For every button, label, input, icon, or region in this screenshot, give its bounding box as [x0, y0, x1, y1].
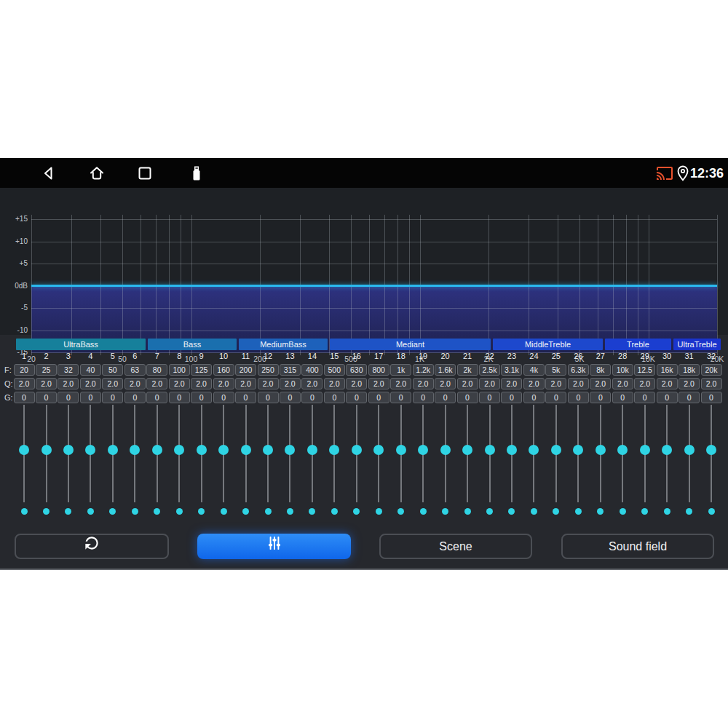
- gain-slider[interactable]: [18, 403, 30, 505]
- slider-knob[interactable]: [197, 445, 207, 455]
- channel-number: 18: [392, 352, 411, 361]
- y-axis-tick-label: -10: [0, 326, 28, 335]
- gain-slider[interactable]: [262, 403, 274, 505]
- gain-slider[interactable]: [572, 403, 584, 505]
- slider-knob[interactable]: [108, 445, 118, 455]
- gain-slider[interactable]: [173, 403, 185, 505]
- gain-value-box: 0: [568, 392, 589, 403]
- slider-knob[interactable]: [352, 445, 362, 455]
- gain-slider[interactable]: [395, 403, 407, 505]
- gain-slider[interactable]: [528, 403, 539, 505]
- channel-number: 15: [325, 352, 344, 361]
- channel-dot: [242, 508, 249, 515]
- equalizer-button[interactable]: [197, 534, 351, 559]
- home-button[interactable]: [88, 165, 106, 182]
- back-button[interactable]: [40, 165, 58, 182]
- q-value-box: 2.0: [678, 378, 700, 389]
- gain-slider[interactable]: [373, 403, 384, 505]
- q-value-box: 2.0: [390, 378, 411, 389]
- scene-button[interactable]: Scene: [379, 534, 532, 559]
- channel-number: 24: [524, 352, 543, 361]
- q-value-box: 2.0: [545, 378, 566, 389]
- slider-knob[interactable]: [130, 445, 140, 455]
- gain-slider[interactable]: [484, 403, 496, 505]
- gain-slider[interactable]: [196, 403, 207, 505]
- slider-knob[interactable]: [329, 445, 339, 455]
- q-value-box: 2.0: [568, 378, 589, 389]
- gain-value-box: 0: [368, 392, 389, 403]
- slider-knob[interactable]: [41, 445, 52, 455]
- slider-knob[interactable]: [529, 445, 539, 455]
- slider-knob[interactable]: [706, 445, 716, 455]
- gain-value-box: 0: [324, 392, 345, 403]
- slider-knob[interactable]: [462, 445, 472, 455]
- gain-slider[interactable]: [440, 403, 451, 505]
- gain-slider[interactable]: [240, 403, 252, 505]
- slider-knob[interactable]: [440, 445, 451, 455]
- gain-slider[interactable]: [550, 403, 562, 505]
- slider-knob[interactable]: [373, 445, 384, 455]
- recents-button[interactable]: [136, 165, 154, 182]
- gain-slider[interactable]: [595, 403, 606, 505]
- slider-knob[interactable]: [19, 445, 29, 455]
- gain-slider[interactable]: [129, 403, 141, 505]
- slider-knob[interactable]: [617, 445, 628, 455]
- gain-slider[interactable]: [84, 403, 96, 505]
- gain-slider[interactable]: [351, 403, 363, 505]
- slider-knob[interactable]: [63, 445, 74, 455]
- channel-dot: [21, 508, 28, 515]
- band-label-mediant: Mediant: [330, 339, 491, 350]
- channel-dot: [508, 508, 515, 515]
- slider-knob[interactable]: [285, 445, 295, 455]
- slider-knob[interactable]: [551, 445, 561, 455]
- gain-slider[interactable]: [417, 403, 429, 505]
- gain-slider[interactable]: [107, 403, 119, 505]
- slider-knob[interactable]: [152, 445, 162, 455]
- gain-slider[interactable]: [41, 403, 52, 505]
- reset-icon: [82, 534, 101, 560]
- freq-value-box: 1.6k: [435, 364, 456, 376]
- freq-value-box: 400: [301, 364, 323, 376]
- slider-knob[interactable]: [507, 445, 517, 455]
- gain-slider[interactable]: [506, 403, 518, 505]
- y-axis-tick-label: +15: [0, 215, 28, 223]
- freq-value-box: 800: [368, 364, 389, 376]
- slider-knob[interactable]: [396, 445, 406, 455]
- gain-slider[interactable]: [684, 403, 695, 505]
- gain-slider[interactable]: [151, 403, 163, 505]
- q-value-box: 2.0: [479, 378, 500, 389]
- gain-slider[interactable]: [617, 403, 628, 505]
- gain-slider[interactable]: [328, 403, 340, 505]
- slider-knob[interactable]: [640, 445, 650, 455]
- slider-knob[interactable]: [85, 445, 95, 455]
- q-value-box: 2.0: [346, 378, 367, 389]
- gain-slider[interactable]: [705, 403, 717, 505]
- eq-response-graph: +15+10+50dB-5-10-1520501002005001K2K5K10…: [0, 188, 728, 335]
- slider-knob[interactable]: [218, 445, 229, 455]
- freq-value-box: 80: [146, 364, 167, 376]
- slider-knob[interactable]: [573, 445, 583, 455]
- gain-slider[interactable]: [63, 403, 74, 505]
- slider-knob[interactable]: [241, 445, 251, 455]
- gain-slider[interactable]: [639, 403, 651, 505]
- gain-slider[interactable]: [462, 403, 473, 505]
- band-label-treble: Treble: [605, 339, 671, 350]
- freq-value-box: 4k: [523, 364, 545, 376]
- slider-knob[interactable]: [684, 445, 695, 455]
- reset-button[interactable]: [15, 534, 169, 559]
- gain-slider[interactable]: [218, 403, 229, 505]
- slider-knob[interactable]: [174, 445, 184, 455]
- q-value-box: 2.0: [501, 378, 522, 389]
- slider-knob[interactable]: [662, 445, 672, 455]
- slider-knob[interactable]: [307, 445, 317, 455]
- gain-slider[interactable]: [661, 403, 673, 505]
- slider-knob[interactable]: [418, 445, 428, 455]
- gain-slider[interactable]: [306, 403, 318, 505]
- sound-field-button[interactable]: Sound field: [561, 534, 714, 559]
- slider-knob[interactable]: [596, 445, 606, 455]
- slider-knob[interactable]: [263, 445, 273, 455]
- gain-slider[interactable]: [284, 403, 296, 505]
- slider-knob[interactable]: [485, 445, 495, 455]
- q-value-box: 2.0: [435, 378, 456, 389]
- q-value-box: 2.0: [324, 378, 345, 389]
